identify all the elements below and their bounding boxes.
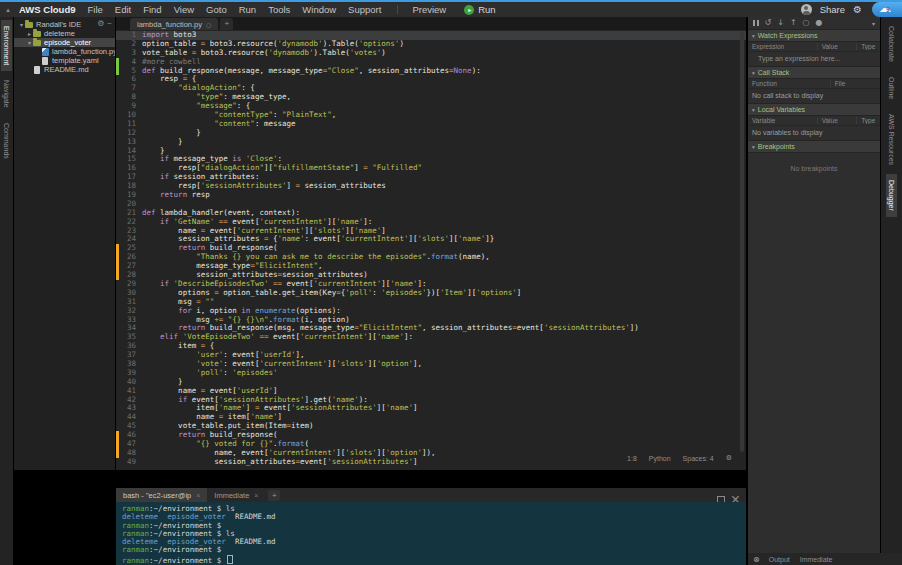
collapse-menubar-icon[interactable]: ▴: [3, 6, 13, 14]
menu-items: FileEditFindViewGotoRunToolsWindowSuppor…: [81, 4, 387, 15]
restart-icon[interactable]: ↺: [765, 19, 772, 27]
cloud9-logo: ☁ 9: [872, 2, 902, 17]
indent-setting[interactable]: Spaces: 4: [683, 455, 714, 462]
file-icon: [34, 66, 40, 74]
code-line: 5def build_response(message, message_typ…: [116, 67, 746, 76]
chevron-down-icon: ▾: [752, 107, 755, 113]
chevron-down-icon[interactable]: ▾: [18, 21, 25, 28]
menu-view[interactable]: View: [168, 4, 200, 15]
code-line: 18 resp['sessionAttributes'] = session_a…: [116, 182, 746, 191]
folder-icon: [25, 22, 33, 28]
menu-window[interactable]: Window: [296, 4, 342, 15]
new-tab-button[interactable]: +: [220, 18, 233, 30]
pause-icon[interactable]: [753, 20, 759, 26]
python-file-icon: [42, 48, 49, 56]
code-line: 11 "content": message: [116, 120, 746, 129]
output-bar-output[interactable]: Output: [769, 556, 790, 563]
chevron-down-icon: ▾: [752, 70, 755, 76]
step-into-icon[interactable]: ↓: [777, 19, 784, 27]
code-line: 39 'poll': 'episodes': [116, 369, 746, 378]
column-headers: FunctionFile: [748, 79, 880, 89]
left-tab-commands[interactable]: Commands: [1, 117, 12, 165]
chevron-right-icon[interactable]: ▸: [26, 30, 33, 37]
section-title: Local Variables: [758, 106, 805, 113]
language-mode[interactable]: Python: [649, 455, 671, 462]
chevron-down-icon[interactable]: ▾: [26, 39, 33, 46]
right-tab-collaborate[interactable]: Collaborate: [886, 20, 897, 68]
tree-item-label: Randall's IDE: [36, 20, 81, 29]
tree-item-label: template.yaml: [52, 56, 99, 65]
output-bar-immediate[interactable]: Immediate: [800, 556, 833, 563]
console-tab-bar: bash - "ec2-user@ip×Immediate× + ×: [116, 488, 746, 502]
tab-modified-icon[interactable]: ○: [206, 21, 211, 28]
debugger-panel: ↺ ↓ ↑ ○ ● ▾ ▾Watch ExpressionsExpression…: [748, 17, 880, 553]
folder-icon: [33, 40, 41, 46]
terminal[interactable]: ranman:~/environment $ lsdeleteme episod…: [116, 502, 746, 565]
share-button[interactable]: Share: [820, 4, 845, 15]
run-button-label: Run: [478, 4, 495, 15]
tree-item-template-yaml[interactable]: template.yaml: [14, 56, 115, 65]
section-header-breakpoints[interactable]: ▾Breakpoints: [748, 140, 880, 153]
section-header-local-variables[interactable]: ▾Local Variables: [748, 103, 880, 116]
left-tab-navigate[interactable]: Navigate: [1, 74, 12, 114]
folder-icon: [33, 31, 41, 37]
panel-menu-icon[interactable]: ▾: [872, 20, 875, 27]
empty-message: No breakpoints: [748, 153, 880, 184]
menu-edit[interactable]: Edit: [109, 4, 137, 15]
section-header-watch-expressions[interactable]: ▾Watch Expressions: [748, 29, 880, 42]
editor-tab-label: lambda_function.py: [137, 20, 202, 29]
tree-settings-gear-icon[interactable]: ⚙: [97, 19, 104, 28]
break-on-exception-icon[interactable]: ●: [816, 19, 823, 27]
section-title: Call Stack: [758, 69, 790, 76]
right-tab-debugger[interactable]: Debugger: [886, 174, 897, 217]
code-area[interactable]: 1import boto32option_table = boto3.resou…: [116, 30, 746, 470]
menu-file[interactable]: File: [81, 4, 108, 15]
watch-expression-input[interactable]: Type an expression here...: [748, 52, 880, 66]
user-avatar[interactable]: [801, 4, 812, 15]
column-type: Type: [856, 117, 880, 124]
new-console-tab-button[interactable]: +: [268, 490, 280, 501]
right-panel-rail: CollaborateOutlineAWS ResourcesDebugger: [881, 17, 902, 553]
step-out-icon[interactable]: ↑: [790, 19, 797, 27]
terminal-cursor: [227, 555, 233, 564]
tree-item-label: README.md: [44, 65, 89, 74]
code-line: 13 }: [116, 138, 746, 147]
debug-toggle-icon[interactable]: ○: [803, 19, 810, 27]
section-header-call-stack[interactable]: ▾Call Stack: [748, 66, 880, 79]
menu-divider: [397, 5, 398, 14]
console-tab-label: bash - "ec2-user@ip: [123, 491, 191, 500]
menu-run[interactable]: Run: [233, 4, 262, 15]
menu-tools[interactable]: Tools: [262, 4, 296, 15]
tree-item-deleteme[interactable]: ▸deleteme: [14, 29, 115, 38]
console-tab-immediate[interactable]: Immediate×: [207, 488, 265, 502]
tree-collapse-icon[interactable]: −: [107, 19, 112, 28]
close-circle-icon[interactable]: ⊗: [753, 555, 760, 564]
debugger-toolbar: ↺ ↓ ↑ ○ ● ▾: [748, 17, 880, 29]
tree-item-lambda-function-py[interactable]: lambda_function.py: [14, 47, 115, 56]
right-tab-outline[interactable]: Outline: [886, 71, 897, 105]
right-tab-aws-resources[interactable]: AWS Resources: [886, 108, 897, 171]
left-tab-environment[interactable]: Environment: [1, 20, 12, 71]
tree-item-readme-md[interactable]: README.md: [14, 65, 115, 74]
cloud9-nine: 9: [886, 6, 890, 13]
close-icon[interactable]: ×: [254, 492, 258, 499]
cursor-position[interactable]: 1:8: [627, 455, 637, 462]
console-tab-bash-ec2-user-ip[interactable]: bash - "ec2-user@ip×: [116, 488, 207, 502]
tree-item-episode-voter[interactable]: ▾episode_voter: [14, 38, 115, 47]
run-play-icon: ▸: [464, 5, 474, 15]
console-pane: bash - "ec2-user@ip×Immediate× + × ranma…: [116, 488, 746, 565]
editor-scrollbar[interactable]: [740, 32, 744, 452]
close-icon[interactable]: ×: [196, 492, 200, 499]
file-tree-panel: ⚙ − ▾Randall's IDE▸deleteme▾episode_vote…: [14, 17, 115, 470]
preview-button[interactable]: Preview: [406, 4, 452, 15]
menu-goto[interactable]: Goto: [200, 4, 233, 15]
run-button[interactable]: ▸ Run: [464, 4, 495, 15]
preferences-gear-icon[interactable]: ⚙: [853, 4, 862, 15]
status-gear-icon[interactable]: ⚙: [726, 454, 732, 462]
editor-tab-lambda-function[interactable]: lambda_function.py ○: [130, 18, 218, 30]
tree-item-label: deleteme: [44, 29, 75, 38]
editor-status-bar: 1:8 Python Spaces: 4 ⚙: [627, 454, 732, 462]
menu-find[interactable]: Find: [137, 4, 167, 15]
menu-support[interactable]: Support: [342, 4, 387, 15]
column-function: Function: [748, 80, 830, 87]
